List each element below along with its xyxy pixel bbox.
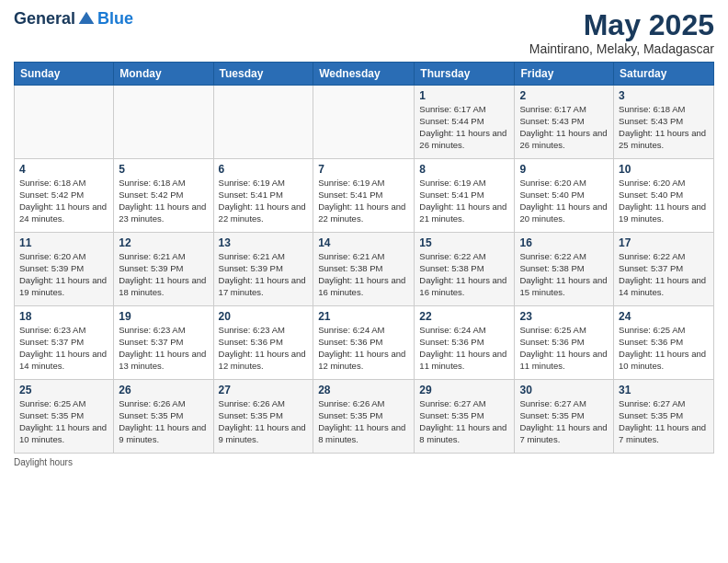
day-of-week-tuesday: Tuesday bbox=[213, 63, 313, 86]
day-number: 28 bbox=[318, 384, 409, 396]
day-number: 7 bbox=[318, 163, 409, 176]
calendar-cell: 30Sunrise: 6:27 AMSunset: 5:35 PMDayligh… bbox=[515, 380, 614, 454]
day-number: 10 bbox=[619, 163, 709, 176]
day-number: 17 bbox=[619, 236, 709, 249]
day-info: Sunrise: 6:21 AMSunset: 5:39 PMDaylight:… bbox=[219, 251, 309, 298]
day-number: 8 bbox=[419, 163, 509, 176]
day-info: Sunrise: 6:26 AMSunset: 5:35 PMDaylight:… bbox=[318, 398, 409, 445]
calendar-cell: 29Sunrise: 6:27 AMSunset: 5:35 PMDayligh… bbox=[415, 380, 515, 454]
day-of-week-monday: Monday bbox=[114, 63, 213, 86]
calendar-cell: 31Sunrise: 6:27 AMSunset: 5:35 PMDayligh… bbox=[614, 380, 714, 454]
calendar-cell: 13Sunrise: 6:21 AMSunset: 5:39 PMDayligh… bbox=[213, 233, 313, 306]
week-row-4: 18Sunrise: 6:23 AMSunset: 5:37 PMDayligh… bbox=[15, 306, 714, 380]
day-info: Sunrise: 6:26 AMSunset: 5:35 PMDaylight:… bbox=[119, 398, 208, 445]
calendar-cell: 15Sunrise: 6:22 AMSunset: 5:38 PMDayligh… bbox=[415, 233, 515, 306]
day-info: Sunrise: 6:19 AMSunset: 5:41 PMDaylight:… bbox=[219, 178, 309, 224]
logo-general: General bbox=[14, 9, 75, 29]
day-info: Sunrise: 6:19 AMSunset: 5:41 PMDaylight:… bbox=[419, 178, 509, 224]
day-info: Sunrise: 6:27 AMSunset: 5:35 PMDaylight:… bbox=[419, 398, 509, 445]
calendar-cell: 1Sunrise: 6:17 AMSunset: 5:44 PMDaylight… bbox=[415, 86, 515, 159]
day-number: 23 bbox=[519, 310, 609, 323]
calendar-cell bbox=[15, 86, 114, 159]
calendar-cell: 21Sunrise: 6:24 AMSunset: 5:36 PMDayligh… bbox=[313, 306, 415, 380]
day-number: 24 bbox=[619, 310, 709, 323]
calendar-cell: 3Sunrise: 6:18 AMSunset: 5:43 PMDaylight… bbox=[614, 86, 714, 159]
day-number: 15 bbox=[419, 236, 509, 249]
day-info: Sunrise: 6:21 AMSunset: 5:39 PMDaylight:… bbox=[119, 251, 208, 298]
day-number: 25 bbox=[19, 384, 108, 396]
day-info: Sunrise: 6:22 AMSunset: 5:38 PMDaylight:… bbox=[419, 251, 509, 298]
day-number: 20 bbox=[219, 310, 309, 323]
calendar-cell: 23Sunrise: 6:25 AMSunset: 5:36 PMDayligh… bbox=[515, 306, 614, 380]
day-info: Sunrise: 6:23 AMSunset: 5:37 PMDaylight:… bbox=[119, 325, 208, 372]
calendar-cell: 18Sunrise: 6:23 AMSunset: 5:37 PMDayligh… bbox=[15, 306, 114, 380]
logo-text: General Blue bbox=[14, 9, 133, 29]
day-info: Sunrise: 6:24 AMSunset: 5:36 PMDaylight:… bbox=[419, 325, 509, 372]
day-of-week-thursday: Thursday bbox=[415, 63, 515, 86]
day-info: Sunrise: 6:25 AMSunset: 5:36 PMDaylight:… bbox=[619, 325, 709, 372]
day-info: Sunrise: 6:27 AMSunset: 5:35 PMDaylight:… bbox=[619, 398, 709, 445]
calendar-cell: 10Sunrise: 6:20 AMSunset: 5:40 PMDayligh… bbox=[614, 159, 714, 233]
day-number: 27 bbox=[219, 384, 309, 396]
calendar-cell: 11Sunrise: 6:20 AMSunset: 5:39 PMDayligh… bbox=[15, 233, 114, 306]
day-info: Sunrise: 6:25 AMSunset: 5:35 PMDaylight:… bbox=[19, 398, 108, 445]
day-info: Sunrise: 6:20 AMSunset: 5:40 PMDaylight:… bbox=[619, 178, 709, 224]
calendar-cell: 12Sunrise: 6:21 AMSunset: 5:39 PMDayligh… bbox=[114, 233, 213, 306]
logo-icon bbox=[77, 10, 96, 29]
day-info: Sunrise: 6:26 AMSunset: 5:35 PMDaylight:… bbox=[219, 398, 309, 445]
calendar-cell: 9Sunrise: 6:20 AMSunset: 5:40 PMDaylight… bbox=[515, 159, 614, 233]
day-number: 31 bbox=[619, 384, 709, 396]
day-number: 26 bbox=[119, 384, 208, 396]
footer-note-text: Daylight hours bbox=[14, 457, 73, 467]
calendar-cell: 20Sunrise: 6:23 AMSunset: 5:36 PMDayligh… bbox=[213, 306, 313, 380]
day-number: 2 bbox=[519, 89, 609, 102]
calendar-cell: 26Sunrise: 6:26 AMSunset: 5:35 PMDayligh… bbox=[114, 380, 213, 454]
week-row-2: 4Sunrise: 6:18 AMSunset: 5:42 PMDaylight… bbox=[15, 159, 714, 233]
day-info: Sunrise: 6:22 AMSunset: 5:37 PMDaylight:… bbox=[619, 251, 709, 298]
days-of-week-row: SundayMondayTuesdayWednesdayThursdayFrid… bbox=[15, 63, 714, 86]
title-block: May 2025 Maintirano, Melaky, Madagascar bbox=[529, 9, 714, 56]
calendar-cell: 25Sunrise: 6:25 AMSunset: 5:35 PMDayligh… bbox=[15, 380, 114, 454]
svg-marker-0 bbox=[79, 11, 95, 23]
day-number: 1 bbox=[419, 89, 509, 102]
week-row-1: 1Sunrise: 6:17 AMSunset: 5:44 PMDaylight… bbox=[15, 86, 714, 159]
calendar-cell bbox=[213, 86, 313, 159]
calendar-cell: 22Sunrise: 6:24 AMSunset: 5:36 PMDayligh… bbox=[415, 306, 515, 380]
header: General Blue May 2025 Maintirano, Melaky… bbox=[14, 9, 714, 56]
day-number: 6 bbox=[219, 163, 309, 176]
day-info: Sunrise: 6:25 AMSunset: 5:36 PMDaylight:… bbox=[519, 325, 609, 372]
calendar-cell: 24Sunrise: 6:25 AMSunset: 5:36 PMDayligh… bbox=[614, 306, 714, 380]
day-number: 14 bbox=[318, 236, 409, 249]
day-of-week-saturday: Saturday bbox=[614, 63, 714, 86]
week-row-3: 11Sunrise: 6:20 AMSunset: 5:39 PMDayligh… bbox=[15, 233, 714, 306]
day-info: Sunrise: 6:23 AMSunset: 5:36 PMDaylight:… bbox=[219, 325, 309, 372]
day-info: Sunrise: 6:19 AMSunset: 5:41 PMDaylight:… bbox=[318, 178, 409, 224]
day-of-week-sunday: Sunday bbox=[15, 63, 114, 86]
logo-blue: Blue bbox=[97, 9, 133, 29]
day-info: Sunrise: 6:17 AMSunset: 5:44 PMDaylight:… bbox=[419, 104, 509, 151]
calendar-cell bbox=[114, 86, 213, 159]
day-number: 11 bbox=[19, 236, 108, 249]
calendar-cell: 5Sunrise: 6:18 AMSunset: 5:42 PMDaylight… bbox=[114, 159, 213, 233]
day-info: Sunrise: 6:18 AMSunset: 5:42 PMDaylight:… bbox=[119, 178, 208, 224]
day-info: Sunrise: 6:22 AMSunset: 5:38 PMDaylight:… bbox=[519, 251, 609, 298]
day-info: Sunrise: 6:23 AMSunset: 5:37 PMDaylight:… bbox=[19, 325, 108, 372]
day-number: 21 bbox=[318, 310, 409, 323]
footer-note: Daylight hours bbox=[14, 457, 714, 467]
day-info: Sunrise: 6:21 AMSunset: 5:38 PMDaylight:… bbox=[318, 251, 409, 298]
day-info: Sunrise: 6:24 AMSunset: 5:36 PMDaylight:… bbox=[318, 325, 409, 372]
calendar-cell: 17Sunrise: 6:22 AMSunset: 5:37 PMDayligh… bbox=[614, 233, 714, 306]
calendar-cell: 19Sunrise: 6:23 AMSunset: 5:37 PMDayligh… bbox=[114, 306, 213, 380]
day-number: 3 bbox=[619, 89, 709, 102]
calendar-cell: 7Sunrise: 6:19 AMSunset: 5:41 PMDaylight… bbox=[313, 159, 415, 233]
day-number: 18 bbox=[19, 310, 108, 323]
day-number: 22 bbox=[419, 310, 509, 323]
day-info: Sunrise: 6:27 AMSunset: 5:35 PMDaylight:… bbox=[519, 398, 609, 445]
calendar-cell: 8Sunrise: 6:19 AMSunset: 5:41 PMDaylight… bbox=[415, 159, 515, 233]
day-number: 9 bbox=[519, 163, 609, 176]
calendar-cell: 28Sunrise: 6:26 AMSunset: 5:35 PMDayligh… bbox=[313, 380, 415, 454]
calendar-header: SundayMondayTuesdayWednesdayThursdayFrid… bbox=[15, 63, 714, 86]
day-info: Sunrise: 6:20 AMSunset: 5:39 PMDaylight:… bbox=[19, 251, 108, 298]
day-info: Sunrise: 6:20 AMSunset: 5:40 PMDaylight:… bbox=[519, 178, 609, 224]
day-number: 30 bbox=[519, 384, 609, 396]
